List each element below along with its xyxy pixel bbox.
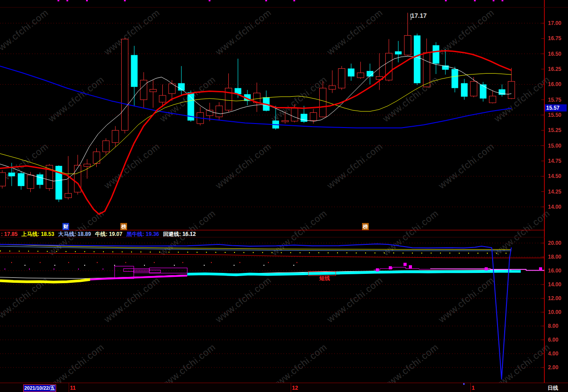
scatter-dot xyxy=(78,268,79,269)
y-axis-label: 2.00 xyxy=(548,364,568,371)
candle-body-down xyxy=(8,173,15,176)
candle-body-down xyxy=(37,174,43,185)
price-chart-svg[interactable] xyxy=(0,0,568,392)
month-label: 11 xyxy=(70,385,76,391)
event-tag-榜[interactable]: 榜 xyxy=(362,223,369,230)
signal-dot xyxy=(124,0,126,1)
indicator-value: 回避线: 16.12 xyxy=(163,231,196,237)
series-line xyxy=(0,253,544,258)
signal-dot xyxy=(265,0,267,1)
stock-chart-app: www.cfchi.comwww.cfchi.comwww.cfchi.comw… xyxy=(0,0,568,392)
scatter-dot xyxy=(40,262,41,263)
magenta-box xyxy=(115,266,134,279)
series-line xyxy=(187,272,521,275)
series-line xyxy=(374,267,430,270)
magenta-box xyxy=(149,268,187,273)
candle-body-up xyxy=(310,112,317,120)
indicator-value: 大马线: 18.89 xyxy=(58,231,91,237)
month-tick xyxy=(291,383,291,392)
candle-body-down xyxy=(348,69,354,77)
candle-body-up xyxy=(291,108,298,121)
candle-body-up xyxy=(320,88,326,117)
scatter-dot xyxy=(204,265,205,266)
candle-body-down xyxy=(414,35,420,83)
y-axis-label: 6.00 xyxy=(548,337,568,343)
blue-tick-icon xyxy=(463,383,465,385)
scatter-dot xyxy=(144,265,145,266)
y-axis-label: 16.25 xyxy=(548,66,568,72)
candle-body-up xyxy=(386,53,392,80)
candle-body-up xyxy=(159,95,166,102)
signal-dot xyxy=(66,0,68,1)
scatter-dot xyxy=(296,262,297,263)
candle-body-up xyxy=(508,81,515,98)
candle-body-up xyxy=(112,130,119,142)
high-price-annotation: 17.17 xyxy=(411,12,427,19)
y-axis-label: 18.00 xyxy=(548,254,568,260)
candle-body-up xyxy=(27,175,34,189)
y-axis-label: 15.00 xyxy=(548,143,568,149)
y-axis-label: 20.00 xyxy=(548,240,568,246)
signal-dot xyxy=(474,0,476,1)
scatter-dot xyxy=(54,265,55,266)
candle-body-down xyxy=(395,51,402,54)
indicator-value: 上马线: 18.53 xyxy=(21,231,54,237)
scatter-dot xyxy=(4,268,5,269)
y-axis-label: 15.75 xyxy=(548,97,568,103)
scatter-dot xyxy=(25,265,25,266)
candle-body-down xyxy=(480,84,486,99)
series-line xyxy=(0,246,511,251)
scatter-dot xyxy=(125,262,126,263)
candle-body-up xyxy=(121,39,128,131)
candle-body-down xyxy=(300,114,307,122)
candle-body-up xyxy=(150,89,156,91)
scatter-dot xyxy=(293,265,294,266)
scatter-dot xyxy=(182,262,183,263)
date-box[interactable]: 2021/10/22/五 xyxy=(23,384,56,392)
candle-body-up xyxy=(0,173,6,186)
candle-body-up xyxy=(423,53,430,87)
candle-body-up xyxy=(357,73,364,78)
candle-body-up xyxy=(404,35,411,55)
y-axis-label: 14.50 xyxy=(548,173,568,179)
y-axis-label: 15.25 xyxy=(548,127,568,133)
y-axis-label: 14.00 xyxy=(548,204,568,210)
top-border-line xyxy=(0,7,568,8)
month-tick xyxy=(69,383,69,392)
y-axis-label: 17.00 xyxy=(548,20,568,26)
y-axis-label: 14.25 xyxy=(548,189,568,195)
candle-body-down xyxy=(131,55,138,87)
signal-dot xyxy=(502,0,503,1)
candle-body-up xyxy=(140,80,147,100)
series-line xyxy=(0,56,511,181)
series-line xyxy=(0,244,511,379)
indicator-value: 黑牛线: 19.36 xyxy=(126,231,159,237)
event-tag-财[interactable]: 财 xyxy=(62,223,69,230)
magenta-square xyxy=(376,268,379,272)
scatter-dot xyxy=(263,265,264,266)
candle-body-down xyxy=(18,173,25,186)
signal-dot xyxy=(58,0,59,1)
scatter-dot xyxy=(154,262,155,263)
scatter-dot xyxy=(29,268,30,269)
event-tag-榜[interactable]: 榜 xyxy=(120,223,127,230)
magenta-square xyxy=(389,266,392,269)
indicator-value-row: : 17.85上马线: 18.53大马线: 18.89牛线: 19.07黑牛线:… xyxy=(1,231,200,237)
signal-dot xyxy=(86,0,88,1)
scatter-dot xyxy=(84,265,85,266)
scatter-dot xyxy=(268,262,269,263)
candle-body-up xyxy=(103,141,109,152)
candle-body-up xyxy=(329,86,336,89)
period-label[interactable]: 日线 xyxy=(547,384,558,392)
scatter-dot xyxy=(211,262,212,263)
candle-body-up xyxy=(84,164,91,166)
scatter-dot xyxy=(54,268,54,269)
y-axis-label: 14.75 xyxy=(548,158,568,164)
magenta-square xyxy=(409,265,412,268)
scatter-dot xyxy=(97,262,98,263)
scatter-dot xyxy=(103,268,103,269)
candle-body-up xyxy=(93,152,100,163)
series-line xyxy=(90,276,187,280)
candle-body-up xyxy=(216,106,222,117)
month-label: 12 xyxy=(292,385,298,391)
